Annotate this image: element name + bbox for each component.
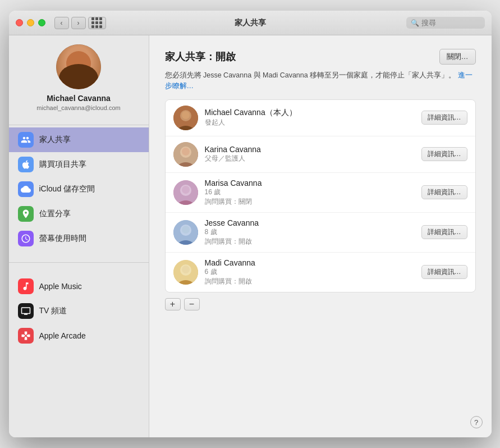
action-bar: + − (165, 298, 476, 310)
sidebar-label-family-sharing: 家人共享 (39, 135, 71, 145)
member-name-madi: Madi Cavanna (205, 258, 415, 267)
icloud-storage-icon (18, 181, 34, 197)
table-row: Madi Cavanna 6 歲 詢問購買：開啟 詳細資訊… (166, 253, 475, 292)
remove-member-button[interactable]: − (184, 298, 200, 310)
sidebar-item-tv-channels[interactable]: TV 頻道 (9, 299, 149, 323)
member-info-marisa: Marisa Cavanna 16 歲 詢問購買：關閉 (205, 179, 415, 207)
minimize-button[interactable] (27, 19, 34, 26)
close-button[interactable] (16, 19, 23, 26)
purchase-sharing-icon (18, 157, 34, 172)
content-area: Michael Cavanna michael_cavanna@icloud.c… (9, 35, 492, 437)
avatar-jesse (173, 220, 198, 245)
svg-point-3 (182, 111, 190, 119)
table-row: Jesse Cavanna 8 歲 詢問購買：開啟 詳細資訊… (166, 213, 475, 253)
member-role-michael: 發起人 (205, 118, 415, 127)
warning-text: 您必須先將 Jesse Cavanna 與 Madi Cavanna 移轉至另一… (165, 70, 476, 92)
table-row: Marisa Cavanna 16 歲 詢問購買：關閉 詳細資訊… (166, 173, 475, 213)
user-email: michael_cavanna@icloud.com (36, 104, 120, 111)
location-sharing-icon (18, 206, 34, 222)
sidebar-label-tv-channels: TV 頻道 (39, 306, 67, 316)
warning-message: 您必須先將 Jesse Cavanna 與 Madi Cavanna 移轉至另一… (165, 71, 456, 79)
sidebar-label-screen-time: 螢幕使用時間 (39, 234, 86, 244)
apple-music-icon (18, 278, 34, 294)
svg-point-11 (182, 186, 190, 194)
back-button[interactable]: ‹ (54, 17, 69, 29)
user-name: Michael Cavanna (47, 94, 111, 103)
sidebar-item-apple-music[interactable]: Apple Music (9, 274, 149, 299)
member-name-marisa: Marisa Cavanna (205, 179, 415, 188)
grid-icon (91, 17, 102, 28)
sidebar-label-apple-arcade: Apple Arcade (39, 331, 86, 340)
search-box[interactable]: 🔍 (406, 17, 485, 29)
titlebar: ‹ › 家人共享 🔍 (9, 11, 492, 35)
member-info-michael: Michael Cavanna（本人） 發起人 (205, 108, 415, 127)
family-sharing-icon (18, 132, 34, 148)
sidebar-item-icloud-storage[interactable]: iCloud 儲存空間 (9, 177, 149, 202)
sidebar-label-location-sharing: 位置分享 (39, 209, 71, 219)
sidebar-item-screen-time[interactable]: 螢幕使用時間 (9, 226, 149, 251)
search-input[interactable] (421, 19, 478, 27)
help-button[interactable]: ? (470, 416, 483, 428)
sidebar-gap (9, 251, 149, 260)
sidebar-item-location-sharing[interactable]: 位置分享 (9, 202, 149, 226)
sidebar-item-family-sharing[interactable]: 家人共享 (9, 127, 149, 152)
table-row: Karina Cavanna 父母／監護人 詳細資訊… (166, 136, 475, 173)
main-window: ‹ › 家人共享 🔍 Michael Cavanna mich (9, 11, 492, 437)
sidebar-divider-mid (9, 262, 149, 263)
table-row: Michael Cavanna（本人） 發起人 詳細資訊… (166, 100, 475, 136)
nav-buttons: ‹ › (54, 17, 86, 29)
member-name-jesse: Jesse Cavanna (205, 218, 415, 227)
avatar-michael (173, 106, 198, 130)
details-button-karina[interactable]: 詳細資訊… (421, 147, 467, 161)
member-role-marisa: 16 歲 詢問購買：關閉 (205, 188, 415, 207)
sidebar-item-apple-arcade[interactable]: Apple Arcade (9, 323, 149, 348)
main-header: 家人共享：開啟 關閉… (165, 49, 476, 65)
avatar (56, 44, 101, 89)
member-info-karina: Karina Cavanna 父母／監護人 (205, 145, 415, 163)
member-info-jesse: Jesse Cavanna 8 歲 詢問購買：開啟 (205, 218, 415, 246)
maximize-button[interactable] (38, 19, 45, 26)
svg-point-7 (182, 148, 190, 156)
traffic-lights (16, 19, 45, 26)
member-role-karina: 父母／監護人 (205, 154, 415, 163)
forward-button[interactable]: › (71, 17, 86, 29)
turn-off-button[interactable]: 關閉… (439, 49, 476, 65)
sidebar-divider-top (9, 125, 149, 125)
details-button-michael[interactable]: 詳細資訊… (421, 111, 467, 125)
details-button-marisa[interactable]: 詳細資訊… (421, 185, 467, 199)
sidebar-label-purchase-sharing: 購買項目共享 (39, 159, 86, 170)
sidebar: Michael Cavanna michael_cavanna@icloud.c… (9, 35, 149, 437)
tv-channels-icon (18, 303, 34, 319)
sidebar-label-apple-music: Apple Music (39, 282, 82, 291)
sidebar-label-icloud-storage: iCloud 儲存空間 (39, 184, 95, 194)
member-name-michael: Michael Cavanna（本人） (205, 108, 415, 118)
details-button-madi[interactable]: 詳細資訊… (421, 265, 467, 279)
window-title: 家人共享 (235, 18, 266, 28)
svg-point-19 (182, 266, 190, 273)
screen-time-icon (18, 231, 34, 246)
avatar-madi (173, 260, 198, 285)
main-panel: 家人共享：開啟 關閉… 您必須先將 Jesse Cavanna 與 Madi C… (149, 35, 492, 437)
avatar-marisa (173, 180, 198, 205)
svg-point-15 (182, 226, 190, 234)
avatar-karina (173, 142, 198, 167)
sidebar-gap2 (9, 265, 149, 274)
member-role-jesse: 8 歲 詢問購買：開啟 (205, 227, 415, 246)
search-icon: 🔍 (411, 19, 419, 27)
apple-arcade-icon (18, 328, 34, 344)
member-name-karina: Karina Cavanna (205, 145, 415, 154)
avatar-image (56, 44, 101, 89)
member-info-madi: Madi Cavanna 6 歲 詢問購買：開啟 (205, 258, 415, 286)
user-profile: Michael Cavanna michael_cavanna@icloud.c… (9, 44, 149, 122)
grid-button[interactable] (88, 17, 106, 29)
member-role-madi: 6 歲 詢問購買：開啟 (205, 267, 415, 286)
members-list: Michael Cavanna（本人） 發起人 詳細資訊… (165, 99, 476, 292)
add-member-button[interactable]: + (165, 298, 181, 310)
sidebar-item-purchase-sharing[interactable]: 購買項目共享 (9, 152, 149, 177)
main-title: 家人共享：開啟 (165, 50, 236, 63)
details-button-jesse[interactable]: 詳細資訊… (421, 225, 467, 239)
